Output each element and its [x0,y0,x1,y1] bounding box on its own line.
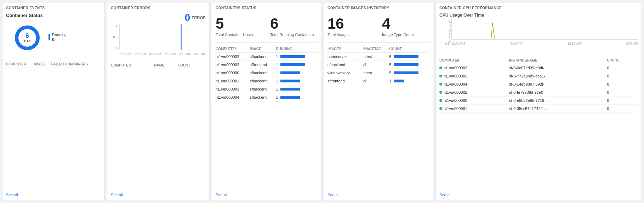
legend-running: Running 6 [49,33,67,42]
errors-header: 0 ERROR [111,13,206,23]
status-cell-image: sfbackend [250,53,276,61]
y-label-1: 1 [116,24,118,28]
table-row: nt1vm000004 sfbackend 1 [216,93,318,102]
cpu-see-all[interactable]: See all... [439,190,638,197]
cpu-cell-cpu: 0 [607,64,638,72]
images-cell-image: windowsserv... [327,69,363,77]
status-col-image: IMAGE [250,46,276,53]
running-value: 1 [276,95,278,99]
count-value: 5 [389,63,392,67]
cpu-chart-title: CPU Usage Over Time [439,13,638,18]
errors-panel-title: CONTAINER ERRORS [111,6,206,10]
images-col-images: IMAGES [327,46,363,53]
status-running-label: Total Running Containers [270,33,318,37]
svg-rect-3 [181,24,182,50]
images-cell-image: nanoserver [327,53,363,61]
cpu-col-computer: COMPUTER [439,57,509,64]
containers-status-panel: CONTAINERS STATUS 5 Total Container Host… [212,2,321,201]
cpu-cell-cpu: 0 [607,105,638,113]
status-cell-computer: nt1vm000004 [216,93,250,102]
errors-see-all[interactable]: See all... [111,190,206,197]
events-col-computer: COMPUTER [6,61,34,68]
images-big-numbers: 16 Total Images 4 Image Type Count [327,13,429,40]
donut-center: 6 TOTAL [22,33,32,43]
cpu-cell-instance: sf-0-772a3b89-dca1-... [509,72,607,80]
status-cell-running: 1 [276,93,318,102]
cpu-cell-instance: sf-0-0d07ed39-a9df-... [509,64,607,72]
cpu-cell-cpu: 0 [607,80,638,88]
images-cell-tag: latest [363,69,389,77]
cpu-cell-instance: sf-0-14eb98b7-692f-... [509,80,607,88]
donut-chart: 6 TOTAL [13,24,41,52]
cpu-chart-svg [452,19,638,39]
status-table: COMPUTER IMAGE RUNNING nt1vm000002 sfbac… [216,46,318,102]
events-see-all[interactable]: See all... [6,190,101,197]
status-cell-running: 1 [276,53,318,61]
status-dot [439,91,442,94]
error-count: 0 [185,13,190,23]
running-bar [280,80,300,82]
table-row: nt1vm000000 sf-0-e8b52e95-7719-... 0 [439,97,638,105]
images-cell-count: 5 [389,61,429,69]
legend-running-label: Running [52,33,67,37]
container-errors-panel: CONTAINER ERRORS 0 ERROR 1 0.5 0 1:12 P [107,2,210,201]
running-value: 1 [276,63,278,67]
count-value: 5 [389,54,392,59]
errors-divider [111,59,206,59]
cpu-cell-cpu: 0 [607,97,638,105]
errors-col-count: COUNT [178,62,206,69]
cpu-cell-cpu: 0 [607,72,638,80]
y-label-0: 0 [116,47,118,50]
status-cell-running: 1 [276,61,318,69]
images-total-block: 16 Total Images [327,16,375,37]
images-see-all[interactable]: See all... [327,190,429,197]
status-divider [216,42,318,43]
images-cell-image: sfbackend [327,61,363,69]
table-row: nt1vm000002 sffrontend 1 [216,61,318,69]
events-table: COMPUTER IMAGE FAILED CONTAINERS [6,61,101,68]
status-running-number: 6 [270,16,318,31]
events-col-failed: FAILED CONTAINERS [51,61,101,68]
images-cell-image: sffrontend [327,77,363,85]
cpu-x-2: 12:00 AM [568,42,581,45]
cpu-col-instance: INSTANCENAME [509,57,607,64]
status-running-block: 6 Total Running Containers [270,16,318,37]
errors-chart-svg [120,24,206,50]
errors-x-4: 5:12 AM [179,52,191,56]
status-cell-computer: nt1vm000002 [216,53,250,61]
running-bar [280,71,300,74]
running-bar [280,55,305,58]
errors-x-1: 5:12 PM [134,52,146,56]
errors-x-3: 1:12 AM [164,52,176,56]
count-bar [394,71,418,74]
status-cell-image: sfbackend [250,69,276,77]
status-see-all[interactable]: See all... [216,190,318,197]
table-row: windowsserv... latest 5 [327,69,429,77]
table-row: nt1vm000003 sf-0-0d07ed39-a9df-... 0 [439,64,638,72]
status-dot [439,75,442,77]
status-hosts-label: Total Container Hosts [216,33,263,37]
status-cell-computer: nt1vm000000 [216,69,250,77]
status-dot [439,83,442,86]
cpu-cell-instance: sf-0-fe79788d-97e0-... [509,88,607,97]
status-dot [439,107,442,110]
table-row: nt1vm000000 sfbackend 1 [216,69,318,77]
table-row: sfbackend v1 5 [327,61,429,69]
images-table: IMAGES IMAGETAG COUNT nanoserver latest … [327,46,429,85]
status-cell-running: 1 [276,69,318,77]
container-images-panel: CONTAINER IMAGES INVENTORY 16 Total Imag… [324,2,433,201]
dashboard: CONTAINER EVENTS Container Status 6 TOTA… [0,0,644,203]
errors-chart: 1 0.5 0 1:12 PM 5:12 PM 9:12 PM 1:12 AM … [111,24,206,56]
cpu-table: COMPUTER INSTANCENAME CPU % nt1vm000003 … [439,57,638,113]
events-panel-title: CONTAINER EVENTS [6,6,101,10]
donut-total-label: TOTAL [22,40,32,43]
table-row: nt1vm000001 sf-0-35cc57fd-7422-... 0 [439,105,638,113]
images-panel-title: CONTAINER IMAGES INVENTORY [327,6,429,10]
status-cell-computer: nt1vm000002 [216,61,250,69]
images-cell-count: 1 [389,77,429,85]
cpu-x-labels: 12:00 PM 6:00 PM 12:00 AM 6:00 AM [451,42,638,45]
count-bar [394,55,418,58]
images-divider [327,42,429,43]
cpu-plot-area [451,19,638,40]
status-cell-computer: nt1vm000003 [216,85,250,93]
